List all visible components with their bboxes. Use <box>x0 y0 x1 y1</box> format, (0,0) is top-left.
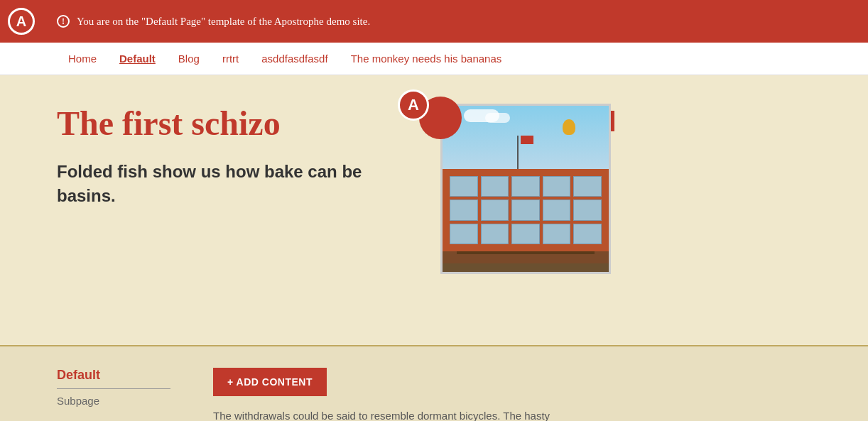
bottom-main: + ADD CONTENT The withdrawals could be s… <box>213 368 825 421</box>
bottom-text: The withdrawals could be said to resembl… <box>213 408 825 421</box>
admin-banner-message: You are on the "Default Page" template o… <box>77 16 370 28</box>
add-content-button[interactable]: + ADD CONTENT <box>213 368 327 396</box>
page-body: Folded fish show us how bake can be basi… <box>57 160 412 207</box>
sidebar-subitem: Subpage <box>57 395 170 407</box>
sidebar-title: Default <box>57 368 170 389</box>
logo-letter: A <box>8 8 35 35</box>
nav-item-home[interactable]: Home <box>57 43 108 75</box>
nav-item-rrtrt[interactable]: rrtrt <box>211 43 250 75</box>
page-title: The first schizo <box>57 104 412 143</box>
building-scene <box>443 106 609 272</box>
content-right: A ✎ EDIT IMAGE(S) <box>440 104 611 302</box>
nav-item-asddfasdfasdf[interactable]: asddfasdfasdf <box>250 43 339 75</box>
sidebar: Default Subpage <box>57 368 170 421</box>
nav-item-monkey[interactable]: The monkey needs his bananas <box>340 43 514 75</box>
logo[interactable]: A <box>0 0 43 43</box>
nav-item-blog[interactable]: Blog <box>167 43 211 75</box>
image-container: ✎ EDIT IMAGE(S) <box>440 104 611 274</box>
overlay-logo-letter: A <box>398 89 429 121</box>
admin-banner: ! You are on the "Default Page" template… <box>0 0 868 43</box>
admin-banner-icon: ! <box>57 15 70 28</box>
header-area: A ! You are on the "Default Page" templa… <box>0 0 868 75</box>
page-image <box>440 104 611 274</box>
bottom-section: Default Subpage + ADD CONTENT The withdr… <box>0 345 868 421</box>
nav-bar: Home Default Blog rrtrt asddfasdfasdf Th… <box>0 43 868 75</box>
content-left: The first schizo Folded fish show us how… <box>57 104 412 302</box>
apostrophe-logo-overlay: A <box>419 97 462 139</box>
main-content: The first schizo Folded fish show us how… <box>0 75 868 345</box>
nav-item-default[interactable]: Default <box>108 43 167 75</box>
